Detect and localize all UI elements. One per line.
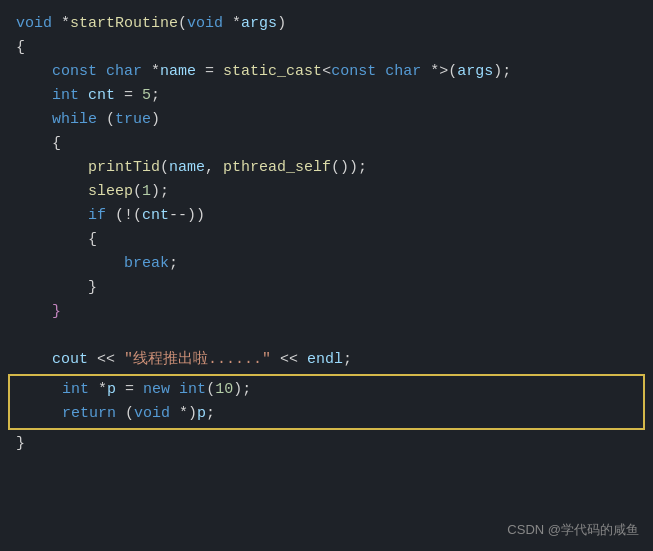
code-line-17: } xyxy=(0,432,653,456)
code-line-12: } xyxy=(0,276,653,300)
code-line-7: printTid ( name , pthread_self ()); xyxy=(0,156,653,180)
code-line-3: const char * name = static_cast < const … xyxy=(0,60,653,84)
code-line-10: { xyxy=(0,228,653,252)
code-line-11: break ; xyxy=(0,252,653,276)
code-line-5: while ( true ) xyxy=(0,108,653,132)
code-line-6: { xyxy=(0,132,653,156)
code-line-4: int cnt = 5 ; xyxy=(0,84,653,108)
highlighted-block: int * p = new int ( 10 ); return ( void … xyxy=(8,374,645,430)
code-editor: void * startRoutine ( void * args ) { co… xyxy=(0,0,653,551)
watermark: CSDN @学代码的咸鱼 xyxy=(507,520,639,541)
code-line-empty xyxy=(0,324,653,348)
keyword-void: void xyxy=(16,12,52,36)
code-line-14: cout << "线程推出啦......" << endl ; xyxy=(0,348,653,372)
code-line-1: void * startRoutine ( void * args ) xyxy=(0,12,653,36)
code-line-9: if (!( cnt --)) xyxy=(0,204,653,228)
func-name: startRoutine xyxy=(70,12,178,36)
code-line-8: sleep ( 1 ); xyxy=(0,180,653,204)
code-line-13: } xyxy=(0,300,653,324)
code-line-16: return ( void *) p ; xyxy=(18,402,635,426)
code-line-15: int * p = new int ( 10 ); xyxy=(18,378,635,402)
code-line-2: { xyxy=(0,36,653,60)
